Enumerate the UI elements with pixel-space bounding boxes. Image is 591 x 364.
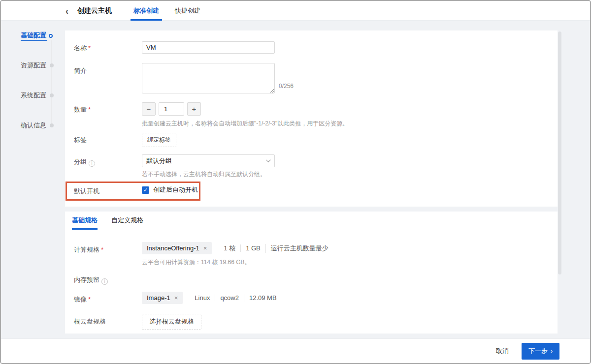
name-label: 名称* [74,44,138,53]
step-label: 确认信息 [21,121,47,130]
description-textarea[interactable] [142,63,275,93]
step-dot [50,63,54,67]
plus-button[interactable]: + [187,102,201,116]
quantity-label: 数量* [74,105,138,114]
memory-size: 1 GB [240,244,265,252]
image-os: Linux [190,294,215,302]
chevron-down-icon [266,157,271,162]
image-meta: Linux qcow2 12.09 MB [190,294,281,302]
bind-tag-button[interactable]: 绑定标签 [142,133,176,147]
chevron-right-icon: › [551,348,553,355]
back-icon[interactable]: ‹ [66,6,68,16]
spec-tabs: 基础规格 自定义规格 [65,212,558,229]
compute-resource-help: 云平台可用计算资源：114 核 19.66 GB。 [142,258,251,267]
info-icon: i [101,278,108,285]
image-row: Image-1 × Linux qcow2 12.09 MB [142,292,282,304]
step-confirm-info[interactable]: 确认信息 [21,121,62,130]
tab-standard-create[interactable]: 标准创建 [133,1,159,21]
required-mark: * [88,44,91,52]
description-label: 简介 [74,66,138,75]
required-mark: * [88,296,91,303]
tab-basic-spec[interactable]: 基础规格 [72,212,98,229]
step-resource-config[interactable]: 资源配置 [21,61,62,70]
footer-bar: 取消 下一步 › [1,338,590,363]
close-icon[interactable]: × [203,245,207,251]
group-label: 分组i [74,157,138,167]
image-size: 12.09 MB [244,294,282,302]
auto-power-on-label: 创建后自动开机 [153,185,198,194]
image-label: 镜像* [74,295,138,304]
create-vm-page: ‹ 创建云主机 标准创建 快捷创建 基础配置 资源配置 系统配置 确认信息 [0,0,591,364]
close-icon[interactable]: × [174,295,178,301]
steps-rail [51,40,52,126]
step-label: 基础配置 [21,31,47,41]
chip-label: Image-1 [147,294,170,302]
auto-power-on-row: ✓ 创建后自动开机 [142,185,198,194]
info-icon: i [89,160,95,167]
wizard-steps: 基础配置 资源配置 系统配置 确认信息 [21,30,62,139]
select-root-disk-button[interactable]: 选择根云盘规格 [142,314,201,330]
compute-spec-chip: InstanceOffering-1 × [142,242,212,254]
tab-label: 标准创建 [133,6,159,15]
quantity-help: 批量创建云主机时，名称将会自动增加后缀"-1/-2/-3"以此类推，用于区分资源… [142,120,348,128]
tab-label: 基础规格 [72,216,98,225]
image-format: qcow2 [215,294,244,302]
basic-config-card: 名称* 简介 0/256 数量* − + 批量创建云主机时，名称将会自动增加后缀… [65,30,558,207]
group-select[interactable]: 默认分组 [142,154,275,167]
tab-label: 快捷创建 [175,6,200,15]
scrollbar[interactable] [558,31,561,274]
default-power-label: 默认开机 [74,187,138,196]
cpu-count: 1 核 [219,244,240,253]
step-label: 系统配置 [21,91,47,100]
step-dot [50,123,54,127]
compute-spec-meta: 1 核 1 GB 运行云主机数量最少 [219,244,333,253]
quantity-stepper: − + [142,102,201,116]
minus-button[interactable]: − [142,102,156,116]
chip-label: InstanceOffering-1 [147,244,199,252]
required-mark: * [101,246,103,253]
char-counter: 0/256 [279,83,294,90]
step-system-config[interactable]: 系统配置 [21,91,62,100]
tag-label: 标签 [74,136,138,145]
root-disk-label: 根云盘规格 [74,317,138,326]
tab-label: 自定义规格 [111,216,143,225]
compute-spec-row: InstanceOffering-1 × 1 核 1 GB 运行云主机数量最少 [142,242,333,254]
required-mark: * [88,106,91,113]
name-input[interactable] [142,41,275,54]
step-dot [50,93,54,97]
quantity-input[interactable] [159,102,184,116]
cancel-button[interactable]: 取消 [496,347,509,356]
tab-custom-spec[interactable]: 自定义规格 [111,212,143,229]
tab-quick-create[interactable]: 快捷创建 [175,1,200,21]
strategy: 运行云主机数量最少 [265,244,333,253]
page-title: 创建云主机 [77,6,112,15]
memory-reserve-label: 内存预留i [74,275,138,285]
group-help: 若不手动选择，云主机将自动归属至默认分组。 [142,170,266,179]
auto-power-on-checkbox[interactable]: ✓ [142,186,149,194]
compute-spec-label: 计算规格* [74,245,138,254]
image-chip: Image-1 × [142,292,183,304]
step-dot-active [49,34,53,38]
spec-card: 基础规格 自定义规格 计算规格* InstanceOffering-1 × 1 … [65,212,558,334]
next-step-label: 下一步 [528,347,548,356]
next-step-button[interactable]: 下一步 › [522,343,559,360]
page-header: ‹ 创建云主机 标准创建 快捷创建 [1,1,590,21]
step-label: 资源配置 [21,61,47,70]
group-selected-value: 默认分组 [146,156,172,165]
step-basic-config[interactable]: 基础配置 [21,31,62,41]
